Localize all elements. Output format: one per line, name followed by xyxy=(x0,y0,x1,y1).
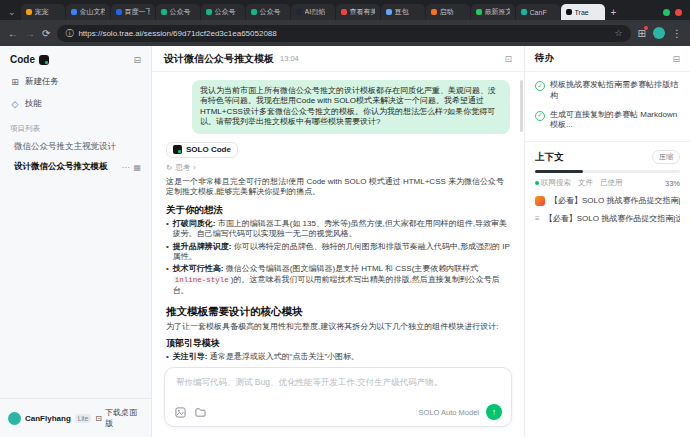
project-item-active[interactable]: 设计微信公众号推文模板 ⋯ ▦ xyxy=(0,157,151,177)
notification-dot-icon[interactable] xyxy=(675,9,682,16)
tab-strip-right xyxy=(659,9,686,20)
subsection-title: 顶部引导模块 xyxy=(166,338,510,350)
todo-header: 待办 ⊟ xyxy=(525,46,690,72)
bullet-item: • 打破同质化: 市面上的编辑器工具(如 135、秀米等)虽然方便,但大家都在用… xyxy=(166,219,510,240)
green-dot-icon xyxy=(535,181,539,185)
left-sidebar: Code ⊟ ⊞ 新建任务 ◇ 技能 项目列表 微信公众号推文主视觉设计 设计微… xyxy=(0,46,152,437)
url-text: https://solo.trae.ai/session/69d71dcf2ed… xyxy=(78,29,609,38)
context-title: 上下文 xyxy=(535,151,564,164)
browser-tab[interactable]: 金山文档 xyxy=(66,4,110,20)
project-grid-icon[interactable]: ▦ xyxy=(133,163,141,172)
skills-icon: ◇ xyxy=(10,99,20,109)
bullet-body: 市面上的编辑器工具(如 135、秀米等)虽然方便,但大家都在用同样的组件,导致审… xyxy=(173,219,507,238)
new-task-icon: ⊞ xyxy=(10,77,20,87)
thinking-toggle[interactable]: ↻ 思考 › xyxy=(166,163,510,173)
project-list-label: 项目列表 xyxy=(0,115,151,137)
sidebar-collapse-icon[interactable]: ⊟ xyxy=(133,55,141,65)
plan-badge: Lite xyxy=(75,414,91,423)
tab-label: 公众号 xyxy=(215,7,236,17)
forward-icon[interactable]: → xyxy=(25,28,35,39)
new-task-label: 新建任务 xyxy=(25,76,59,88)
tab-favicon xyxy=(296,9,302,15)
tag-label: 文件 xyxy=(578,178,593,188)
context-reference[interactable]: 【必看】SOLO 挑战赛作品提交指南|这... xyxy=(525,188,690,206)
tab-label: Trae xyxy=(575,9,589,16)
user-avatar[interactable] xyxy=(8,412,21,425)
new-tab-button[interactable]: + xyxy=(606,7,622,20)
bullet-lead: 技术可行性高: xyxy=(173,264,224,273)
context-reference[interactable]: ≡ 【必看】SOLO 挑战赛作品提交指南|这... xyxy=(525,206,690,224)
solo-logo-icon xyxy=(39,55,49,65)
compress-button[interactable]: 压缩 xyxy=(652,150,680,164)
browser-tab[interactable]: 最新推文 xyxy=(471,4,515,20)
bullet-item: • 关注引导: 通常是悬浮或嵌入式的“点击关注”小图标。 xyxy=(166,352,510,361)
tab-label: AI烈焰 xyxy=(305,7,326,17)
browser-tab[interactable]: AI烈焰 xyxy=(291,4,335,20)
back-icon[interactable]: ← xyxy=(8,28,18,39)
extensions-icon[interactable]: ⊞ xyxy=(638,28,646,39)
reload-icon[interactable]: ⟳ xyxy=(42,28,50,39)
tab-label: 查看有奖 xyxy=(350,7,375,17)
tab-label: 宠宠 xyxy=(35,7,49,17)
sidebar-item-new-task[interactable]: ⊞ 新建任务 xyxy=(0,71,151,93)
todo-item[interactable]: ✓ 生成可直接复制的参赛帖 Markdown 模板... xyxy=(525,102,690,132)
user-message-bubble: 我认为当前市面上所有微信公众号推文的设计模板都存在同质化严重、美观问题、没有特色… xyxy=(192,80,510,134)
chat-header: 设计微信公众号推文模板 13:04 ⊡ xyxy=(152,46,524,72)
browser-tab[interactable]: 宠宠 xyxy=(21,4,65,20)
user-name[interactable]: CanFlyhang xyxy=(25,414,71,423)
folder-icon[interactable] xyxy=(194,406,207,419)
page-content: Code ⊟ ⊞ 新建任务 ◇ 技能 项目列表 微信公众号推文主视觉设计 设计微… xyxy=(0,46,690,437)
todo-item[interactable]: ✓ 模板挑战赛发帖指南需参赛帖排版结构 xyxy=(525,72,690,102)
tab-label: 启动 xyxy=(440,7,454,17)
assistant-badge-label: SOLO Code xyxy=(186,145,231,155)
browser-tab[interactable]: 启动 xyxy=(426,4,470,20)
profile-dot-icon[interactable] xyxy=(663,9,670,16)
tab-favicon xyxy=(521,9,527,15)
todo-title: 待办 xyxy=(535,52,554,65)
browser-tab[interactable]: 公众号 xyxy=(201,4,245,20)
browser-tab[interactable]: 豆包 xyxy=(381,4,425,20)
user-message-row: 我认为当前市面上所有微信公众号推文的设计模板都存在同质化严重、美观问题、没有特色… xyxy=(166,80,510,134)
project-more-icon[interactable]: ⋯ xyxy=(121,163,129,172)
tab-search-icon[interactable]: ⌄ xyxy=(4,7,20,20)
bullet-text: 关注引导: 通常是悬浮或嵌入式的“点击关注”小图标。 xyxy=(173,352,359,361)
list-icon: ≡ xyxy=(535,214,540,223)
browser-tab[interactable]: 公众号 xyxy=(156,4,200,20)
browser-tab[interactable]: 公众号 xyxy=(246,4,290,20)
tab-label: 百度一下 xyxy=(125,7,150,17)
site-info-icon[interactable]: ⓘ xyxy=(65,28,73,39)
tab-favicon xyxy=(251,9,257,15)
browser-tab[interactable]: 百度一下 xyxy=(111,4,155,20)
download-desktop-button[interactable]: ⊡ 下载桌面版 xyxy=(95,407,143,429)
project-item[interactable]: 微信公众号推文主视觉设计 xyxy=(0,137,151,157)
brand-row: Code ⊟ xyxy=(0,46,151,71)
brand-label: Code xyxy=(10,54,35,65)
bookmark-star-icon[interactable]: ☆ xyxy=(615,28,623,38)
browser-toolbar: ← → ⟳ ⓘ https://solo.trae.ai/session/69d… xyxy=(0,20,690,46)
assistant-badge: SOLO Code xyxy=(166,142,238,158)
browser-window: ⌄ 宠宠 金山文档 百度一下 公众号 公众号 公众号 AI烈焰 查看有奖 豆包 … xyxy=(0,0,690,437)
composer: SOLO Auto Model ↑ xyxy=(164,367,512,427)
browser-tab-active[interactable]: Trae xyxy=(561,4,605,20)
url-bar[interactable]: ⓘ https://solo.trae.ai/session/69d71dcf2… xyxy=(57,25,630,42)
sidebar-item-skills[interactable]: ◇ 技能 xyxy=(0,93,151,115)
chat-time: 13:04 xyxy=(280,54,299,63)
tab-favicon xyxy=(161,9,167,15)
inline-code: inline-style xyxy=(173,276,231,284)
browser-menu-icon[interactable]: ⋮ xyxy=(672,28,682,39)
image-icon[interactable] xyxy=(174,406,187,419)
tab-label: 公众号 xyxy=(260,7,281,17)
chat-header-action-icon[interactable]: ⊡ xyxy=(504,54,512,64)
tab-favicon xyxy=(386,9,392,15)
todo-panel-icon[interactable]: ⊟ xyxy=(672,54,680,64)
chat-column: 设计微信公众号推文模板 13:04 ⊡ 我认为当前市面上所有微信公众号推文的设计… xyxy=(152,46,524,437)
composer-input[interactable] xyxy=(174,375,502,401)
browser-tab[interactable]: 查看有奖 xyxy=(336,4,380,20)
model-selector[interactable]: SOLO Auto Model xyxy=(419,408,479,417)
send-button[interactable]: ↑ xyxy=(486,404,502,420)
tab-label: 最新推文 xyxy=(485,7,510,17)
browser-tab[interactable]: CanF xyxy=(516,4,560,20)
context-header: 上下文 压缩 xyxy=(525,142,690,168)
chat-scrollbar[interactable] xyxy=(520,80,523,132)
browser-profile-avatar[interactable] xyxy=(653,27,665,39)
